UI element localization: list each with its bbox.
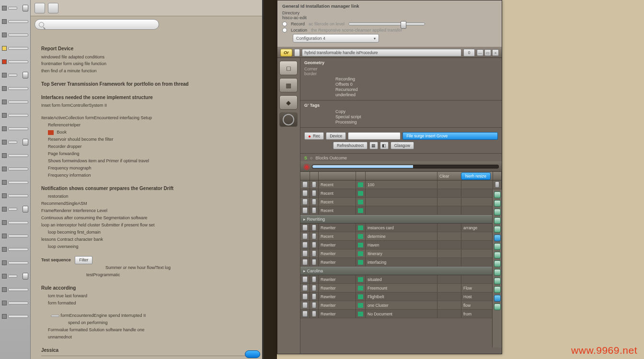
edge-icon[interactable]	[494, 286, 501, 293]
edge-icon[interactable]	[494, 200, 501, 207]
edge-icon[interactable]	[494, 278, 501, 284]
mini-slider-row[interactable]	[2, 165, 28, 173]
slider-track[interactable]	[8, 302, 28, 304]
slider-track[interactable]	[8, 20, 28, 23]
slider-track[interactable]	[8, 194, 28, 197]
mini-slider-row[interactable]	[2, 151, 28, 160]
intensity-slider[interactable]	[348, 22, 425, 25]
table-row[interactable]: Recentdetermine	[300, 232, 502, 241]
table-group-header[interactable]: ▸ Carolina	[300, 267, 502, 275]
mini-slider-row[interactable]	[2, 138, 28, 146]
slider-thumb[interactable]	[23, 72, 28, 79]
table-row[interactable]: Rewriterinterfacing	[300, 258, 502, 267]
refresh-button[interactable]: Refreshoutrect	[333, 142, 368, 149]
slider-track[interactable]	[8, 34, 28, 36]
mini-slider-row[interactable]	[2, 71, 28, 79]
table-row[interactable]: Rewriterone Clusterflow	[300, 301, 502, 310]
mini-slider-row[interactable]	[2, 4, 28, 12]
slider-thumb[interactable]	[23, 139, 28, 146]
table-row[interactable]: Rewriterinstances cardarrange	[300, 224, 502, 232]
slider-track[interactable]	[8, 74, 17, 77]
mini-slider-row[interactable]	[2, 245, 28, 254]
col-clear[interactable]: Clear hierh resize	[437, 172, 493, 180]
doc-header-button-2[interactable]	[48, 3, 58, 13]
slider-track[interactable]	[8, 101, 28, 103]
edge-icon[interactable]	[494, 269, 501, 276]
row-action-icon[interactable]	[495, 181, 499, 188]
table-group-header[interactable]: ▸ Rewriting	[300, 215, 502, 224]
table-row[interactable]: RewriterHaven	[300, 241, 502, 249]
edge-icon[interactable]	[494, 217, 501, 224]
mini-slider-row[interactable]	[2, 31, 28, 39]
slider-thumb[interactable]	[23, 5, 28, 11]
slider-track[interactable]	[8, 235, 28, 237]
mini-slider-row[interactable]	[2, 258, 28, 267]
slider-track[interactable]	[8, 208, 17, 211]
device-tab[interactable]: Device	[326, 132, 346, 140]
table-row[interactable]: RewriterItinerary	[300, 249, 502, 258]
mini-slider-row[interactable]	[2, 285, 28, 294]
table-row[interactable]: RewriterNo Documentfrom	[300, 310, 502, 318]
mini-slider-row[interactable]	[2, 124, 28, 133]
edge-icon[interactable]	[494, 295, 501, 302]
edge-icon[interactable]	[494, 209, 501, 215]
tool-icon[interactable]: ◻	[279, 61, 298, 75]
mode-badge[interactable]: Or	[280, 49, 292, 56]
table-row[interactable]: Rewritersituated	[300, 275, 502, 284]
slider-track[interactable]	[8, 154, 28, 157]
minimize-icon[interactable]: —	[477, 49, 483, 56]
slider-track[interactable]	[8, 60, 28, 63]
mini-slider-row[interactable]	[2, 98, 28, 106]
mini-slider-row[interactable]	[2, 272, 28, 280]
table-row[interactable]: Recent	[300, 189, 502, 198]
tool-icon[interactable]	[279, 112, 298, 127]
slider-track[interactable]	[8, 248, 28, 251]
slider-track[interactable]	[8, 7, 17, 10]
square-button[interactable]: ▦	[369, 142, 378, 149]
table-row[interactable]: RewriterFreemountFlow	[300, 284, 502, 292]
doc-header-button-1[interactable]	[34, 3, 45, 13]
slider-track[interactable]	[8, 114, 28, 117]
mini-slider-row[interactable]	[2, 17, 28, 26]
mini-slider-row[interactable]	[2, 191, 28, 200]
mini-slider-row[interactable]	[2, 205, 28, 213]
tool-icon[interactable]: ▦	[279, 78, 298, 92]
box-button[interactable]	[51, 315, 59, 317]
num-field[interactable]: 0	[463, 49, 475, 56]
slider-thumb[interactable]	[23, 206, 28, 213]
table-row[interactable]: Recent100	[300, 180, 502, 189]
slider-track[interactable]	[8, 181, 28, 184]
slider-track[interactable]	[8, 288, 28, 291]
edge-icon[interactable]	[494, 235, 501, 241]
slider-track[interactable]	[8, 261, 28, 264]
table-row[interactable]: RewriterFlightbeltHost	[300, 292, 502, 301]
status-pill[interactable]	[245, 350, 260, 358]
radio-location[interactable]	[282, 28, 287, 33]
play-icon[interactable]: ◉	[303, 162, 310, 171]
slider-track[interactable]	[8, 127, 28, 130]
slider-track[interactable]	[8, 275, 17, 278]
mini-slider-row[interactable]	[2, 57, 28, 66]
edge-icon[interactable]	[494, 260, 501, 267]
slider-track[interactable]	[8, 87, 28, 90]
edge-icon[interactable]	[494, 191, 501, 198]
tool-icon[interactable]: ◆	[279, 95, 298, 110]
mini-slider-row[interactable]	[2, 299, 28, 307]
slider-thumb[interactable]	[23, 273, 28, 280]
mini-slider-row[interactable]	[2, 218, 28, 227]
radio-record[interactable]	[282, 22, 287, 26]
mini-slider-row[interactable]	[2, 312, 28, 321]
progress-bar[interactable]	[312, 165, 499, 168]
mini-slider-row[interactable]	[2, 178, 28, 187]
slider-track[interactable]	[8, 141, 17, 144]
slider-track[interactable]	[8, 221, 28, 224]
resize-pill[interactable]: hierh resize	[461, 172, 491, 180]
edge-icon[interactable]	[494, 252, 501, 258]
search-input[interactable]	[34, 19, 159, 30]
title-field[interactable]: hybrid transformable handle isProcedure	[302, 49, 461, 56]
mini-slider-row[interactable]	[2, 232, 28, 240]
filter-button[interactable]: Filter	[75, 256, 92, 264]
edge-icon[interactable]	[494, 303, 501, 310]
slider-track[interactable]	[8, 168, 28, 170]
close-icon[interactable]: ×	[492, 49, 499, 56]
